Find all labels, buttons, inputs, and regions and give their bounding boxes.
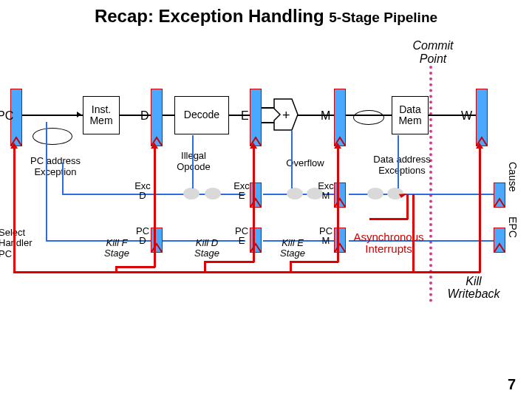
exc-src-wire [62, 194, 89, 195]
kill-e-label: Kill E Stage [275, 238, 310, 259]
cause-label: Cause [507, 162, 519, 191]
wire [429, 115, 476, 116]
arrowhead [334, 143, 341, 149]
slide-title: Recap: Exception Handling 5-Stage Pipeli… [0, 0, 532, 28]
arrowhead [476, 143, 483, 149]
data-addr-exc-label: Data address Exceptions [365, 154, 439, 176]
async-arrow [369, 218, 408, 220]
pipeline-diagram: Commit Point PC D E M W Inst. Mem Decode… [0, 41, 532, 351]
d-label: D [140, 109, 149, 123]
kill-branch [154, 146, 156, 267]
m-label: M [321, 109, 330, 123]
async-int-label: Asynchronous Interrupts [349, 231, 429, 255]
pc-wire [46, 122, 47, 242]
arrowhead [151, 143, 158, 149]
kill-line [13, 146, 16, 273]
exc-src-wire [398, 135, 399, 188]
plus-label: + [282, 108, 290, 123]
mux-m [353, 110, 384, 125]
decode-box: Decode [174, 96, 229, 134]
arrowhead [250, 143, 257, 149]
kill-branch [204, 261, 254, 263]
title-main: Recap: Exception Handling [95, 6, 324, 26]
bubble-icon [205, 188, 221, 200]
page-number: 7 [508, 376, 516, 393]
pc-addr-exc-label: PC address Exception [24, 155, 87, 177]
data-mem-box: Data Mem [392, 96, 429, 134]
exc-d-label: Exc D [132, 181, 154, 200]
wire [262, 107, 274, 109]
wire [120, 115, 151, 116]
epc-label: EPC [507, 216, 519, 238]
reg-e [250, 89, 262, 146]
kill-d-label: Kill D Stage [189, 238, 225, 259]
overflow-label: Overflow [279, 157, 331, 168]
bubble-icon [367, 188, 383, 200]
bubble-icon [183, 188, 200, 200]
pc-label: PC [0, 109, 13, 123]
arrowhead [77, 112, 81, 117]
exc-wire [89, 194, 245, 195]
wire [297, 115, 334, 116]
reg-cause [494, 183, 505, 208]
e-label: E [241, 109, 249, 123]
bubble-icon [287, 188, 303, 200]
wire [262, 122, 274, 123]
decode-text: Decode [184, 109, 219, 120]
arrowhead [10, 143, 18, 149]
kill-branch [253, 146, 255, 262]
kill-branch [337, 146, 339, 262]
mux-pc [33, 128, 72, 145]
kill-branch [290, 261, 338, 263]
kill-wb-label: Kill Writeback [440, 276, 507, 301]
kill-line [13, 271, 414, 273]
wire [163, 115, 174, 116]
reg-d [151, 89, 163, 146]
w-label: W [461, 109, 472, 123]
async-arrow [406, 194, 409, 219]
data-mem-text: Data Mem [392, 104, 428, 127]
pc-e-label: PC E [231, 226, 253, 245]
kill-branch [115, 266, 155, 268]
kill-wb-line [412, 271, 480, 273]
exc-src-wire [62, 163, 64, 194]
commit-point-label: Commit Point [403, 39, 463, 66]
kill-line [412, 194, 415, 273]
wire [22, 115, 83, 116]
reg-m [334, 89, 346, 146]
commit-point-line [429, 66, 432, 302]
exc-src-wire [192, 135, 194, 188]
inst-mem-box: Inst. Mem [83, 96, 120, 134]
reg-w [476, 89, 488, 146]
inst-mem-text: Inst. Mem [83, 104, 119, 127]
title-sub: 5-Stage Pipeline [329, 10, 437, 25]
select-handler-label: Select Handler PC [0, 228, 40, 259]
illegal-opcode-label: Illegal Opcode [171, 150, 216, 172]
reg-epc [494, 228, 505, 253]
kill-f-label: Kill F Stage [99, 238, 134, 259]
exc-m-label: Exc M [315, 181, 337, 200]
pc-d-label: PC D [132, 226, 154, 245]
exc-src-wire [291, 131, 293, 188]
kill-wb-line [479, 146, 481, 273]
exc-e-label: Exc E [231, 181, 253, 200]
pc-m-label: PC M [315, 226, 337, 245]
wire [229, 115, 250, 116]
